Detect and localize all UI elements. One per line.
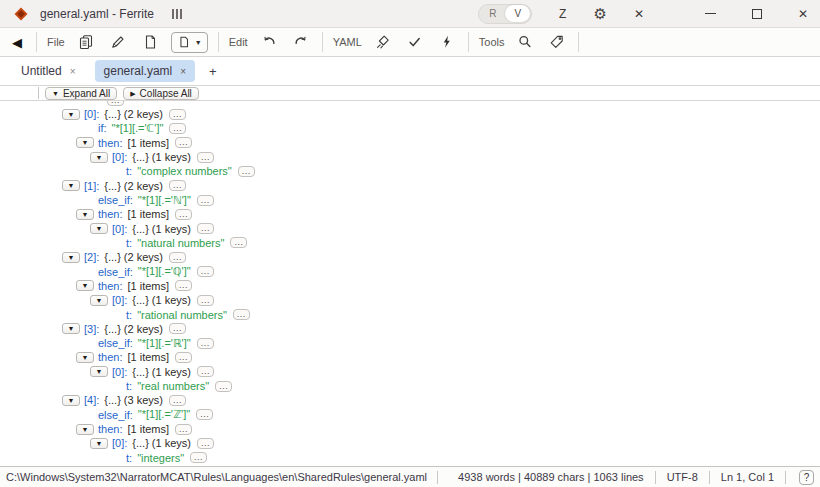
- node-value: {...} (2 keys): [104, 108, 163, 120]
- tag-button[interactable]: [546, 31, 568, 53]
- more-button[interactable]: ...: [197, 295, 214, 306]
- more-button[interactable]: ...: [196, 409, 213, 420]
- search-button[interactable]: [514, 31, 536, 53]
- tree-row: ▼ then: [1 items] ...: [0, 207, 820, 221]
- expander-button[interactable]: ▼: [62, 323, 80, 334]
- back-button[interactable]: ◀: [12, 35, 22, 50]
- node-value: "natural numbers": [137, 237, 224, 249]
- close-document-button[interactable]: ✕: [634, 8, 644, 20]
- expander-button[interactable]: ▼: [76, 424, 94, 435]
- node-value: {...} (2 keys): [104, 180, 163, 192]
- duplicate-file-button[interactable]: [75, 31, 97, 53]
- close-tab-icon[interactable]: ×: [180, 66, 186, 77]
- undo-button[interactable]: [258, 31, 280, 53]
- node-value: "*[1][.='ℤ']": [138, 408, 190, 421]
- expander-button[interactable]: ▼: [76, 352, 94, 363]
- expander-button[interactable]: ▼: [62, 180, 80, 191]
- more-button[interactable]: ...: [190, 452, 207, 463]
- cursor-position[interactable]: Ln 1, Col 1: [721, 471, 774, 483]
- more-button[interactable]: ...: [169, 252, 186, 263]
- format-button[interactable]: [372, 31, 394, 53]
- toolbar-separator: [322, 32, 323, 52]
- minimize-button[interactable]: [705, 13, 716, 15]
- new-tab-button[interactable]: +: [205, 64, 221, 79]
- more-button[interactable]: ...: [197, 152, 214, 163]
- lightning-icon: [439, 34, 455, 50]
- more-button-partial[interactable]: ...: [107, 101, 124, 106]
- expander-button[interactable]: ▼: [76, 137, 94, 148]
- expander-button[interactable]: ▼: [62, 109, 80, 120]
- expander-button[interactable]: ▼: [62, 252, 80, 263]
- expander-button[interactable]: ▼: [90, 295, 108, 306]
- expander-button[interactable]: ▼: [90, 438, 108, 449]
- tab-general-yaml[interactable]: general.yaml ×: [95, 60, 196, 82]
- node-key: t:: [126, 380, 132, 392]
- redo-button[interactable]: [290, 31, 312, 53]
- more-button[interactable]: ...: [169, 395, 186, 406]
- expander-button[interactable]: ▼: [76, 209, 94, 220]
- validate-button[interactable]: [404, 31, 426, 53]
- settings-button[interactable]: ⚙: [593, 6, 606, 21]
- more-button[interactable]: ...: [169, 323, 186, 334]
- more-button[interactable]: ...: [215, 381, 232, 392]
- more-button[interactable]: ...: [197, 223, 214, 234]
- more-button[interactable]: ...: [197, 438, 214, 449]
- node-value: [1 items]: [127, 280, 169, 292]
- encoding-indicator[interactable]: UTF-8: [667, 471, 698, 483]
- more-button[interactable]: ...: [197, 195, 214, 206]
- more-button[interactable]: ...: [169, 180, 186, 191]
- node-key: then:: [98, 137, 122, 149]
- expand-all-button[interactable]: ▼ Expand All: [45, 87, 117, 100]
- close-window-button[interactable]: ✕: [798, 8, 808, 20]
- help-button[interactable]: ?: [799, 470, 814, 485]
- save-dropdown-button[interactable]: ▼: [171, 32, 208, 53]
- more-button[interactable]: ...: [175, 137, 192, 148]
- expander-button[interactable]: ▼: [90, 223, 108, 234]
- triangle-down-icon: ▼: [68, 254, 75, 261]
- triangle-down-icon: ▼: [82, 211, 89, 218]
- tree-row: if: "*[1][.='ℂ']" ...: [0, 121, 820, 135]
- tag-icon: [549, 34, 565, 50]
- tree-row: else_if: "*[1][.='ℝ']" ...: [0, 336, 820, 350]
- more-button[interactable]: ...: [175, 280, 192, 291]
- node-key: [0]:: [112, 366, 127, 378]
- tab-label: general.yaml: [104, 64, 173, 78]
- more-button[interactable]: ...: [233, 309, 250, 320]
- maximize-button[interactable]: [752, 9, 762, 19]
- expander-button[interactable]: ▼: [90, 152, 108, 163]
- node-value: "*[1][.='ℝ']": [138, 337, 191, 350]
- more-button[interactable]: ...: [197, 366, 214, 377]
- more-button[interactable]: ...: [197, 266, 214, 277]
- more-button[interactable]: ...: [169, 109, 186, 120]
- expander-button[interactable]: ▼: [62, 395, 80, 406]
- new-file-button[interactable]: [139, 31, 161, 53]
- window-title: general.yaml - Ferrite: [40, 7, 154, 21]
- close-tab-icon[interactable]: ×: [70, 66, 76, 77]
- rv-toggle[interactable]: R V: [478, 4, 532, 24]
- more-button[interactable]: ...: [175, 352, 192, 363]
- more-button[interactable]: ...: [175, 424, 192, 435]
- expander-button[interactable]: ▼: [90, 366, 108, 377]
- edit-file-button[interactable]: [107, 31, 129, 53]
- tree-row: ▼ [0]: {...} (1 keys) ...: [0, 365, 820, 379]
- tab-untitled[interactable]: Untitled ×: [12, 60, 85, 82]
- node-key: t:: [126, 309, 132, 321]
- triangle-down-icon: ▼: [96, 154, 103, 161]
- rv-toggle-v[interactable]: V: [505, 5, 530, 22]
- node-value: [1 items]: [127, 423, 169, 435]
- more-button[interactable]: ...: [197, 338, 214, 349]
- more-button[interactable]: ...: [169, 123, 186, 134]
- search-icon: [517, 34, 533, 50]
- file-group-label: File: [47, 36, 65, 48]
- z-button[interactable]: Z: [559, 8, 566, 20]
- collapse-all-button[interactable]: ▶ Collapse All: [123, 87, 199, 100]
- more-button[interactable]: ...: [175, 209, 192, 220]
- quick-fix-button[interactable]: [436, 31, 458, 53]
- node-value: {...} (1 keys): [132, 223, 191, 235]
- triangle-down-icon: ▼: [96, 225, 103, 232]
- grip-icon: [172, 9, 182, 19]
- expander-button[interactable]: ▼: [76, 280, 94, 291]
- rv-toggle-r[interactable]: R: [480, 8, 505, 19]
- more-button[interactable]: ...: [238, 166, 255, 177]
- more-button[interactable]: ...: [230, 237, 247, 248]
